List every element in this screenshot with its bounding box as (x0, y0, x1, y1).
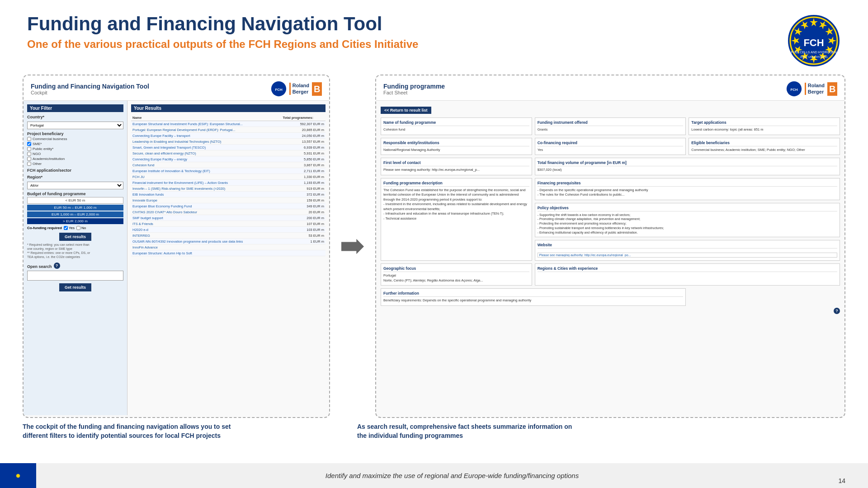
get-results-button[interactable]: Get results (59, 233, 91, 241)
result-name[interactable]: European Blue Economy Funding Fund (131, 203, 282, 209)
fact-name-label: Name of funding programme (383, 120, 529, 126)
result-name[interactable]: OUSAR-NN-907/4392 Innovation programme a… (131, 239, 282, 244)
result-value: 919 EUR m (282, 186, 326, 192)
open-search-input[interactable] (27, 271, 123, 281)
result-name[interactable]: European Structure: Autumn Hip to Soft (131, 250, 282, 256)
result-name[interactable]: Leadership in Enabling and Industrial Te… (131, 139, 282, 145)
result-name[interactable]: Cohesion fund (131, 162, 282, 168)
table-row[interactable]: SMF budget support200 EUR m (131, 215, 326, 221)
table-row[interactable]: European Structure: Autumn Hip to Soft (131, 250, 326, 256)
result-value (282, 244, 326, 250)
result-name[interactable]: Secure, clean and efficient energy (NZTO… (131, 150, 282, 156)
fact-website-input[interactable] (538, 253, 837, 258)
result-value: 107 EUR m (282, 221, 326, 227)
header-titles: Funding and Financing Navigation Tool On… (27, 14, 418, 51)
result-name[interactable]: H2020 e-d (131, 227, 282, 233)
table-row[interactable]: Portugal: European Regional Development … (131, 127, 326, 133)
table-row[interactable]: Innovfin – 1 (SME) Risk-sharing for SME … (131, 186, 326, 192)
result-value: 20,865 EUR m (282, 127, 326, 133)
result-name[interactable]: FCH JU (131, 174, 282, 180)
get-results-button-2[interactable]: Get results (59, 283, 91, 291)
beneficiary-public-checkbox[interactable] (27, 147, 31, 151)
table-row[interactable]: INTERREG53 EUR m (131, 233, 326, 239)
result-name[interactable]: Connecting Europe Facility – energy (131, 156, 282, 162)
result-name[interactable]: InnoFin Advance (131, 244, 282, 250)
table-row[interactable]: Cohesion fund3,867 EUR m (131, 162, 326, 168)
table-row[interactable]: European Institute of Innovation & Techn… (131, 168, 326, 174)
fact-further-label: Further information (383, 291, 683, 297)
beneficiary-academic-checkbox[interactable] (27, 157, 31, 161)
cofunding-yes-label: Yes (69, 226, 75, 230)
cofunding-no-checkbox[interactable] (76, 226, 80, 230)
table-row[interactable]: Smart, Green and Integrated Transport (T… (131, 145, 326, 150)
country-dropdown[interactable]: Portugal (27, 122, 123, 129)
beneficiary-sme-checkbox[interactable] (27, 142, 31, 146)
cofunding-yes-checkbox[interactable] (64, 226, 68, 230)
roland-berger-logo-left: RolandBerger (289, 83, 309, 94)
fact-eligible-value: Commercial business; Academic institutio… (691, 148, 837, 153)
result-name[interactable]: European Institute of Innovation & Techn… (131, 168, 282, 174)
table-row[interactable]: Leadership in Enabling and Industrial Te… (131, 139, 326, 145)
factsheet-body: << Return to result list Name of funding… (376, 101, 844, 319)
fact-name-cell: Name of funding programme Cohesion fund (381, 117, 532, 135)
beneficiary-academic-label: Academic/institution (33, 157, 65, 161)
beneficiary-ngo-checkbox[interactable] (27, 152, 31, 156)
table-row[interactable]: OUSAR-NN-907/4392 Innovation programme a… (131, 239, 326, 244)
result-value: 6,939 EUR m (282, 145, 326, 150)
budget-btn-medium[interactable]: EUR 50 m – EUR 1,000 m (27, 205, 123, 211)
budget-btn-large[interactable]: EUR 1,000 m – EUR 2,000 m (27, 211, 123, 217)
right-panel-logos: FCH RolandBerger B (786, 81, 837, 97)
table-row[interactable]: ITS & Friends107 EUR m (131, 221, 326, 227)
table-row[interactable]: European Blue Economy Funding Fund349 EU… (131, 203, 326, 209)
main-title: Funding and Financing Navigation Tool (27, 14, 418, 34)
fact-website-label: Website (538, 243, 837, 249)
result-name[interactable]: Connecting Europe Facility – transport (131, 133, 282, 139)
table-row[interactable]: Connecting Europe Facility – energy5,850… (131, 156, 326, 162)
cofunding-row: Co-funding required Yes No (27, 226, 123, 230)
result-name[interactable]: Portugal: European Regional Development … (131, 127, 282, 133)
result-value: 5,931 EUR m (282, 150, 326, 156)
result-name[interactable]: EIB Innovation funds (131, 192, 282, 197)
filter-notes: * Required setting: you can select more … (27, 243, 123, 259)
fact-grid-row1: Name of funding programme Cohesion fund … (381, 117, 840, 306)
table-row[interactable]: Innovate Europe159 EUR m (131, 197, 326, 203)
table-row[interactable]: EIB Innovation funds372 EUR m (131, 192, 326, 197)
table-row[interactable]: Financial instrument for the Environment… (131, 180, 326, 186)
fact-policy-value: - Supporting the shift towards a low car… (538, 213, 837, 235)
budget-btn-xlarge[interactable]: > EUR 2,000 m (27, 218, 123, 224)
table-row[interactable]: InnoFin Advance (131, 244, 326, 250)
result-name[interactable]: SMF budget support (131, 215, 282, 221)
table-row[interactable]: FCH JU1,330 EUR m (131, 174, 326, 180)
result-name[interactable]: Innovate Europe (131, 197, 282, 203)
fact-total-volume-cell: Total financing volume of programme [in … (535, 158, 840, 175)
beneficiary-ngo-label: NGO (33, 152, 41, 156)
beneficiary-commercial-checkbox[interactable] (27, 137, 31, 141)
beneficiary-other-checkbox[interactable] (27, 162, 31, 166)
fact-instrument-cell: Funding instrument offered Grants (535, 117, 686, 135)
fact-cofinancing-cell: Co-financing required Yes (535, 138, 686, 155)
return-btn[interactable]: << Return to result list (381, 107, 431, 114)
beneficiary-public-label: Public entity* (33, 147, 53, 151)
fact-prerequisites-label: Financing prerequisites (538, 181, 837, 187)
result-name[interactable]: European Structural and Investment Funds… (131, 121, 282, 127)
table-row[interactable]: Connecting Europe Facility – transport24… (131, 133, 326, 139)
result-name[interactable]: INTERREG (131, 233, 282, 239)
result-value: 103 EUR m (282, 227, 326, 233)
budget-btn-small[interactable]: < EUR 50 m (27, 197, 123, 204)
svg-text:FUEL CELLS AND HYDROGEN: FUEL CELLS AND HYDROGEN (791, 51, 837, 54)
right-panel-subtitle: Fact Sheet (383, 90, 445, 95)
result-name[interactable]: CIVITAS 2020 CIVAT* Alto Douro Saboteur (131, 209, 282, 215)
project-beneficiary-label: Project beneficiary (27, 131, 123, 136)
result-name[interactable]: ITS & Friends (131, 221, 282, 227)
result-name[interactable]: Innovfin – 1 (SME) Risk-sharing for SME … (131, 186, 282, 192)
result-name[interactable]: Financial instrument for the Environment… (131, 180, 282, 186)
result-name[interactable]: Smart, Green and Integrated Transport (T… (131, 145, 282, 150)
fact-responsible-cell: Responsible entity/institutions National… (381, 138, 532, 155)
results-table: Name Total programmes: European Structur… (131, 115, 326, 256)
table-row[interactable]: CIVITAS 2020 CIVAT* Alto Douro Saboteur2… (131, 209, 326, 215)
region-dropdown[interactable]: All/or (27, 182, 123, 189)
beneficiary-sme: SME* (27, 142, 123, 146)
table-row[interactable]: European Structural and Investment Funds… (131, 121, 326, 127)
table-row[interactable]: Secure, clean and efficient energy (NZTO… (131, 150, 326, 156)
table-row[interactable]: H2020 e-d103 EUR m (131, 227, 326, 233)
